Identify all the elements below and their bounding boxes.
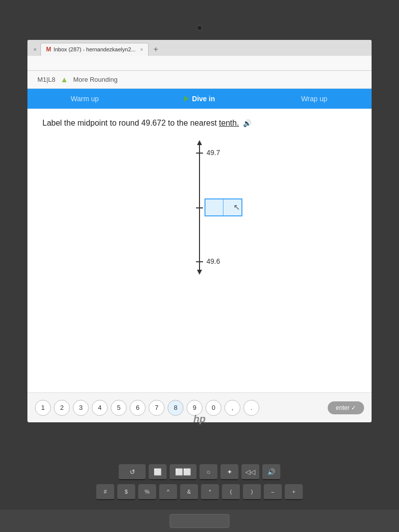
top-value-label: 49.7 — [206, 149, 220, 157]
key-plus[interactable]: + — [285, 484, 303, 500]
key-dash[interactable]: – — [264, 484, 282, 500]
key-volume[interactable]: 🔊 — [262, 464, 280, 480]
key-close-paren[interactable]: ) — [243, 484, 261, 500]
key-mute[interactable]: ◁◁ — [241, 464, 259, 480]
number-line-container: 49.7 ↖ 49.6 — [150, 138, 249, 277]
nav-tabs: Warm up Dive in Wrap up — [27, 89, 372, 109]
input-box-1[interactable] — [205, 199, 223, 215]
pad-btn-1[interactable]: 1 — [35, 400, 51, 416]
brightness-down-icon: ○ — [206, 468, 210, 476]
main-content: Label the midpoint to round 49.672 to th… — [27, 109, 372, 392]
pad-btn-comma[interactable]: , — [224, 400, 240, 416]
tab-warm-up[interactable]: Warm up — [27, 89, 142, 109]
tab-label: Inbox (287) - hernandezkaelyn2... — [53, 46, 136, 52]
pad-btn-0[interactable]: 0 — [205, 400, 221, 416]
cursor-icon: ↖ — [233, 202, 240, 212]
screen-area: × M Inbox (287) - hernandezkaelyn2... × … — [27, 40, 372, 422]
pad-btn-8[interactable]: 8 — [168, 400, 184, 416]
pad-btn-5[interactable]: 5 — [111, 400, 127, 416]
address-bar[interactable] — [27, 56, 372, 71]
key-open-paren[interactable]: ( — [222, 484, 240, 500]
keyboard-row-numbers: # $ % ^ & * ( ) – + — [96, 484, 303, 500]
laptop-bottom — [0, 510, 399, 532]
tab-x-icon[interactable]: × — [140, 47, 143, 52]
brightness-up-icon: ✦ — [227, 468, 232, 476]
tab-close-x[interactable]: × — [31, 45, 38, 53]
question-body: Label the midpoint to round 49.672 to th… — [42, 119, 239, 128]
key-hash[interactable]: # — [96, 484, 114, 500]
key-caret[interactable]: ^ — [159, 484, 177, 500]
tab-bar: × M Inbox (287) - hernandezkaelyn2... × … — [27, 40, 372, 56]
laptop-frame: × M Inbox (287) - hernandezkaelyn2... × … — [0, 0, 399, 532]
key-refresh[interactable]: ↺ — [119, 464, 146, 480]
key-dollar[interactable]: $ — [117, 484, 135, 500]
webcam — [197, 25, 202, 31]
key-multiwindow[interactable]: ⬜⬜ — [170, 464, 197, 480]
arrow-bottom-icon — [197, 270, 202, 275]
tab-dive-in[interactable]: Dive in — [142, 89, 257, 109]
dive-in-label: Dive in — [192, 95, 215, 103]
key-brightness-up[interactable]: ✦ — [220, 464, 238, 480]
lesson-id: M1|L8 — [37, 76, 55, 83]
bottom-value-label: 49.6 — [206, 257, 220, 265]
question-underlined: tenth. — [219, 119, 239, 127]
app-header: M1|L8 ▲ More Rounding — [27, 71, 372, 89]
mute-icon: ◁◁ — [245, 468, 255, 476]
pad-btn-4[interactable]: 4 — [92, 400, 108, 416]
pad-btn-2[interactable]: 2 — [54, 400, 70, 416]
warm-up-label: Warm up — [71, 95, 99, 103]
browser-chrome: × M Inbox (287) - hernandezkaelyn2... × … — [27, 40, 372, 71]
tab-wrap-up[interactable]: Wrap up — [257, 89, 372, 109]
question-text: Label the midpoint to round 49.672 to th… — [42, 119, 357, 128]
hp-logo: hp — [194, 413, 205, 425]
speaker-icon[interactable]: 🔊 — [243, 119, 251, 127]
key-brightness-down[interactable]: ○ — [200, 464, 217, 480]
enter-button[interactable]: enter ✓ — [328, 401, 364, 414]
lesson-title: More Rounding — [73, 76, 118, 83]
pad-btn-7[interactable]: 7 — [149, 400, 165, 416]
refresh-icon: ↺ — [130, 468, 135, 476]
tab-add-button[interactable]: + — [151, 45, 161, 54]
key-asterisk[interactable]: * — [201, 484, 219, 500]
pad-btn-dot[interactable]: . — [243, 400, 259, 416]
key-ampersand[interactable]: & — [180, 484, 198, 500]
play-icon — [184, 96, 189, 102]
pad-btn-3[interactable]: 3 — [73, 400, 89, 416]
arrow-top-icon — [197, 140, 202, 145]
multiwindow-icon: ⬜⬜ — [175, 468, 191, 476]
keyboard-row-fn: ↺ ⬜ ⬜⬜ ○ ✦ ◁◁ 🔊 — [119, 464, 280, 480]
volume-icon: 🔊 — [267, 468, 275, 476]
fullscreen-icon: ⬜ — [154, 468, 162, 476]
lesson-icon: ▲ — [60, 75, 68, 84]
wrap-up-label: Wrap up — [301, 95, 328, 103]
pad-btn-6[interactable]: 6 — [130, 400, 146, 416]
key-fullscreen[interactable]: ⬜ — [149, 464, 167, 480]
key-percent[interactable]: % — [138, 484, 156, 500]
gmail-icon: M — [46, 46, 51, 53]
browser-tab[interactable]: M Inbox (287) - hernandezkaelyn2... × — [40, 43, 148, 56]
trackpad[interactable] — [170, 514, 229, 528]
